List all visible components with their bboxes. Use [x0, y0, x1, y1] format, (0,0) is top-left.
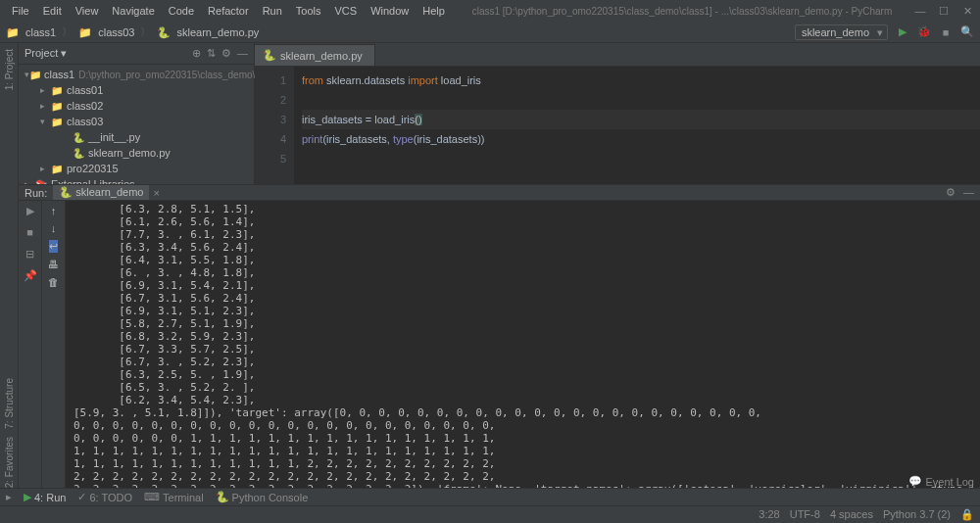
- status-indent[interactable]: 4 spaces: [830, 508, 873, 521]
- status-encoding[interactable]: UTF-8: [790, 508, 820, 521]
- tree-file[interactable]: 🐍 sklearn_demo.py: [19, 145, 254, 161]
- editor-tab[interactable]: 🐍 sklearn_demo.py: [255, 44, 375, 66]
- btab-run[interactable]: ▶4: Run: [24, 491, 66, 503]
- chevron-right-icon: ▸: [40, 164, 50, 173]
- title-bar: File Edit View Navigate Code Refactor Ru…: [0, 0, 980, 22]
- chevron-right-icon: 〉: [140, 24, 151, 39]
- menu-help[interactable]: Help: [416, 3, 451, 19]
- hide-icon[interactable]: —: [237, 47, 248, 60]
- status-bar: 3:28 UTF-8 4 spaces Python 3.7 (2) 🔒: [0, 505, 980, 523]
- python-file-icon: 🐍: [59, 186, 73, 198]
- navigation-bar: 📁 class1 〉 📁 class03 〉 🐍 sklearn_demo.py…: [0, 22, 980, 43]
- print-icon[interactable]: 🖶: [48, 259, 59, 270]
- expand-icon[interactable]: ▸: [6, 491, 12, 503]
- stop-icon[interactable]: ■: [939, 25, 953, 39]
- tree-folder[interactable]: ▸ 📁 pro220315: [19, 161, 254, 176]
- menu-tools[interactable]: Tools: [290, 3, 327, 19]
- python-file-icon: 🐍: [157, 26, 169, 38]
- console-output[interactable]: [6.3, 2.8, 5.1, 1.5], [6.1, 2.6, 5.6, 1.…: [66, 201, 980, 498]
- tree-folder[interactable]: ▸ 📁 class02: [19, 98, 254, 114]
- target-icon[interactable]: ⊕: [192, 47, 201, 60]
- left-tool-rail: 1: Project 7: Structure 2: Favorites: [0, 43, 19, 488]
- menu-file[interactable]: File: [6, 3, 35, 19]
- tab-label: sklearn_demo.py: [280, 50, 363, 62]
- menu-edit[interactable]: Edit: [37, 3, 68, 19]
- rail-project[interactable]: 1: Project: [4, 49, 15, 90]
- gear-icon[interactable]: ⚙: [946, 186, 956, 199]
- stop-icon[interactable]: ■: [23, 226, 38, 242]
- btab-todo[interactable]: ✓6: TODO: [77, 491, 132, 503]
- debug-icon[interactable]: 🐞: [917, 25, 931, 39]
- run-config-name: sklearn_demo: [802, 26, 869, 38]
- status-caret-pos[interactable]: 3:28: [759, 508, 779, 521]
- rerun-icon[interactable]: ▶: [23, 205, 38, 220]
- menu-navigate[interactable]: Navigate: [106, 3, 160, 19]
- chevron-right-icon: ▸: [40, 85, 50, 95]
- main-menu: File Edit View Navigate Code Refactor Ru…: [6, 3, 451, 19]
- run-icon[interactable]: ▶: [896, 25, 909, 39]
- close-icon[interactable]: ✕: [960, 5, 974, 18]
- window-title: class1 [D:\python_pro_omo220315\class_de…: [451, 6, 913, 17]
- python-file-icon: 🐍: [72, 146, 85, 160]
- pin-icon[interactable]: 📌: [23, 269, 38, 285]
- folder-icon: 📁: [50, 115, 64, 128]
- tree-folder[interactable]: ▸ 📁 class01: [19, 82, 254, 98]
- breadcrumbs: 📁 class1 〉 📁 class03 〉 🐍 sklearn_demo.py: [6, 24, 259, 39]
- crumb-folder[interactable]: class03: [98, 26, 134, 38]
- trash-icon[interactable]: 🗑: [48, 276, 59, 288]
- run-actions-rail: ▶ ■ ⊟ 📌: [19, 201, 42, 498]
- menu-window[interactable]: Window: [365, 3, 415, 19]
- layout-icon[interactable]: ⊟: [23, 248, 38, 263]
- chevron-right-icon: 〉: [62, 24, 73, 39]
- folder-icon: 📁: [6, 26, 18, 38]
- run-config-dropdown[interactable]: sklearn_demo: [795, 24, 888, 40]
- lock-icon[interactable]: 🔒: [960, 508, 974, 521]
- folder-icon: 📁: [50, 162, 64, 175]
- menu-code[interactable]: Code: [163, 3, 200, 19]
- balloon-icon: 💬: [908, 475, 922, 488]
- chevron-down-icon: ▾: [40, 117, 50, 126]
- sort-icon[interactable]: ⇅: [207, 47, 216, 60]
- tree-file[interactable]: 🐍 __init__.py: [19, 129, 254, 145]
- btab-pyconsole[interactable]: 🐍Python Console: [216, 491, 309, 503]
- run-tool-window: Run: 🐍 sklearn_demo × ⚙ — ▶ ■ ⊟ 📌 ↑ ↓ ↩ …: [19, 184, 980, 488]
- minimize-icon[interactable]: —: [913, 5, 927, 18]
- console-actions-rail: ↑ ↓ ↩ 🖶 🗑: [42, 201, 66, 498]
- folder-icon: 📁: [50, 83, 64, 97]
- menu-run[interactable]: Run: [257, 3, 288, 19]
- close-run-tab-icon[interactable]: ×: [153, 187, 159, 199]
- rail-favorites[interactable]: 2: Favorites: [4, 437, 15, 488]
- event-log-button[interactable]: 💬Event Log: [908, 475, 974, 488]
- chevron-right-icon: ▸: [40, 101, 50, 111]
- rail-structure[interactable]: 7: Structure: [4, 378, 15, 429]
- status-python[interactable]: Python 3.7 (2): [883, 508, 951, 521]
- pane-title[interactable]: Project ▾: [24, 47, 192, 60]
- tree-root[interactable]: ▾ 📁 class1 D:\python_pro_omo220315\class…: [19, 67, 254, 82]
- menu-view[interactable]: View: [70, 3, 105, 19]
- up-icon[interactable]: ↑: [51, 205, 57, 216]
- maximize-icon[interactable]: ☐: [937, 5, 951, 18]
- folder-icon: 📁: [50, 99, 64, 113]
- search-icon[interactable]: 🔍: [960, 25, 974, 39]
- python-file-icon: 🐍: [263, 49, 276, 62]
- gear-icon[interactable]: ⚙: [221, 47, 231, 60]
- hide-icon[interactable]: —: [963, 186, 974, 199]
- run-label: Run:: [24, 187, 47, 199]
- crumb-project[interactable]: class1: [25, 26, 56, 38]
- bottom-tool-tabs: ▸ ▶4: Run ✓6: TODO ⌨Terminal 🐍Python Con…: [0, 488, 980, 505]
- folder-icon: 📁: [29, 68, 41, 81]
- editor-tabs: 🐍 sklearn_demo.py: [255, 43, 980, 67]
- menu-vcs[interactable]: VCS: [329, 3, 364, 19]
- run-tab[interactable]: 🐍 sklearn_demo: [53, 185, 149, 200]
- folder-icon: 📁: [78, 26, 90, 38]
- python-file-icon: 🐍: [72, 130, 85, 144]
- wrap-icon[interactable]: ↩: [49, 240, 58, 253]
- crumb-file[interactable]: sklearn_demo.py: [176, 26, 259, 38]
- btab-terminal[interactable]: ⌨Terminal: [144, 491, 204, 503]
- tree-folder-open[interactable]: ▾ 📁 class03: [19, 114, 254, 129]
- down-icon[interactable]: ↓: [51, 222, 57, 234]
- menu-refactor[interactable]: Refactor: [202, 3, 255, 19]
